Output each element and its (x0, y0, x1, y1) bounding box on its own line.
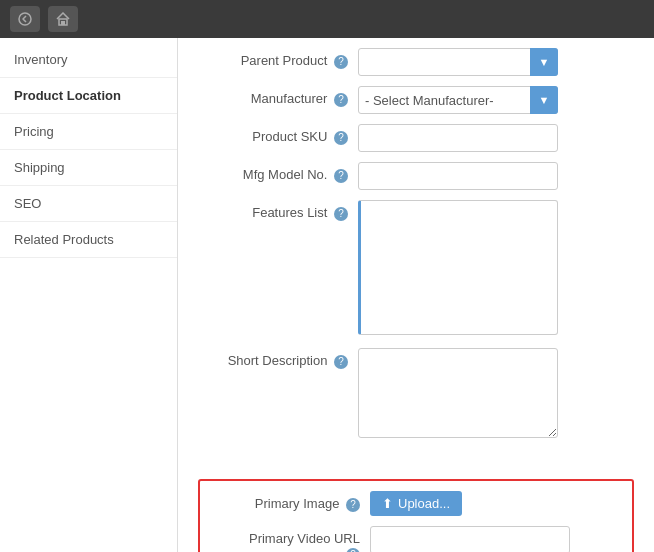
short-description-row: Short Description ? (198, 348, 634, 441)
features-list-help-icon[interactable]: ? (334, 207, 348, 221)
sidebar-item-product-location[interactable]: Product Location (0, 78, 177, 114)
primary-image-label: Primary Image ? (210, 491, 370, 512)
product-sku-control (358, 124, 634, 152)
home-button[interactable] (48, 6, 78, 32)
features-list-row: Features List ? (198, 200, 634, 338)
svg-rect-2 (61, 21, 65, 25)
primary-video-input[interactable] (370, 526, 570, 552)
parent-product-select[interactable] (358, 48, 558, 76)
top-bar (0, 0, 654, 38)
mfg-model-help-icon[interactable]: ? (334, 169, 348, 183)
form-area: Parent Product ? ▼ Manufacturer ? (178, 38, 654, 471)
short-description-control (358, 348, 634, 441)
manufacturer-help-icon[interactable]: ? (334, 93, 348, 107)
parent-product-control: ▼ (358, 48, 634, 76)
svg-point-0 (19, 13, 31, 25)
upload-button[interactable]: ⬆ Upload... (370, 491, 462, 516)
primary-image-row: Primary Image ? ⬆ Upload... (210, 491, 622, 516)
features-list-label: Features List ? (198, 200, 358, 221)
product-sku-row: Product SKU ? (198, 124, 634, 152)
back-button[interactable] (10, 6, 40, 32)
manufacturer-select-wrap: - Select Manufacturer- ▼ (358, 86, 558, 114)
mfg-model-label: Mfg Model No. ? (198, 162, 358, 183)
sidebar-item-seo[interactable]: SEO (0, 186, 177, 222)
sidebar: Inventory Product Location Pricing Shipp… (0, 38, 178, 552)
primary-video-row: Primary Video URL ? (210, 526, 622, 552)
primary-media-section: Primary Image ? ⬆ Upload... Primary Vide… (198, 479, 634, 552)
mfg-model-control (358, 162, 634, 190)
manufacturer-select[interactable]: - Select Manufacturer- (358, 86, 558, 114)
sidebar-item-pricing[interactable]: Pricing (0, 114, 177, 150)
product-sku-label: Product SKU ? (198, 124, 358, 145)
mfg-model-input[interactable] (358, 162, 558, 190)
primary-video-label: Primary Video URL ? (210, 526, 370, 552)
features-list-textarea[interactable] (358, 200, 558, 335)
short-description-label: Short Description ? (198, 348, 358, 369)
short-description-textarea[interactable] (358, 348, 558, 438)
upload-icon: ⬆ (382, 496, 393, 511)
primary-image-help-icon[interactable]: ? (346, 498, 360, 512)
manufacturer-control: - Select Manufacturer- ▼ (358, 86, 634, 114)
product-sku-input[interactable] (358, 124, 558, 152)
manufacturer-label: Manufacturer ? (198, 86, 358, 107)
mfg-model-row: Mfg Model No. ? (198, 162, 634, 190)
sidebar-item-related-products[interactable]: Related Products (0, 222, 177, 258)
short-description-help-icon[interactable]: ? (334, 355, 348, 369)
manufacturer-row: Manufacturer ? - Select Manufacturer- ▼ (198, 86, 634, 114)
primary-video-control (370, 526, 622, 552)
main-layout: Inventory Product Location Pricing Shipp… (0, 38, 654, 552)
parent-product-select-wrap: ▼ (358, 48, 558, 76)
sidebar-item-inventory[interactable]: Inventory (0, 42, 177, 78)
features-list-control (358, 200, 634, 338)
parent-product-row: Parent Product ? ▼ (198, 48, 634, 76)
primary-image-control: ⬆ Upload... (370, 491, 622, 516)
content-area: Parent Product ? ▼ Manufacturer ? (178, 38, 654, 552)
primary-video-help-icon[interactable]: ? (346, 548, 360, 552)
sidebar-item-shipping[interactable]: Shipping (0, 150, 177, 186)
parent-product-help-icon[interactable]: ? (334, 55, 348, 69)
parent-product-label: Parent Product ? (198, 48, 358, 69)
product-sku-help-icon[interactable]: ? (334, 131, 348, 145)
